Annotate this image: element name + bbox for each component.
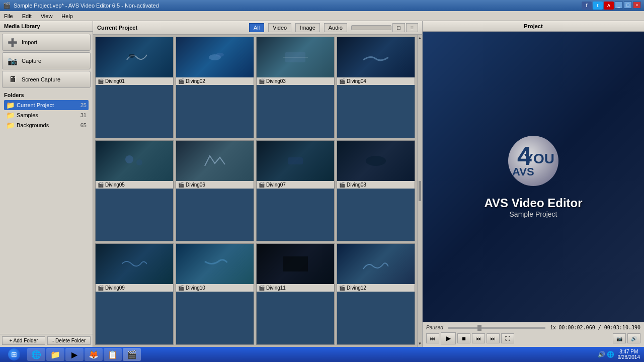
folders-section: Folders 📁 Current Project 25 📁 Samples 3…	[0, 90, 93, 334]
menu-help[interactable]: Help	[59, 12, 75, 20]
minimize-button[interactable]: _	[615, 2, 623, 9]
folder-icon: 📁	[6, 121, 15, 129]
media-library-header: Media Library	[0, 21, 93, 32]
taskbar-right: 🔊 🌐 8:47 PM 9/28/2014	[598, 349, 642, 360]
media-item-diving09[interactable]: 🎬Diving09	[95, 243, 174, 345]
next-frame-button[interactable]: ⏭	[487, 333, 500, 343]
thumb-label: 🎬Diving05	[96, 181, 173, 189]
thumb-label: 🎬Diving09	[96, 284, 173, 292]
thumb-image	[176, 37, 254, 77]
menu-file[interactable]: File	[2, 12, 15, 20]
capture-button[interactable]: 📷 Capture	[2, 52, 91, 69]
avs-icon[interactable]: A	[604, 2, 614, 10]
ie-button[interactable]: 🌐	[27, 348, 45, 361]
view-list[interactable]: ≡	[406, 23, 418, 32]
filter-image[interactable]: Image	[295, 23, 320, 32]
firefox-button[interactable]: 🦊	[85, 348, 103, 361]
taskbar-clock: 8:47 PM 9/28/2014	[618, 349, 640, 360]
scroll-down-icon[interactable]: ▼	[418, 341, 422, 346]
thumb-image	[96, 141, 173, 181]
filter-all[interactable]: All	[249, 23, 264, 32]
media-item-diving01[interactable]: 🎬Diving01	[95, 37, 174, 138]
thumb-label: 🎬Diving08	[337, 181, 415, 189]
folder-backgrounds[interactable]: 📁 Backgrounds 65	[4, 120, 89, 130]
maximize-button[interactable]: □	[624, 2, 632, 9]
screen-capture-button[interactable]: 🖥 Screen Capture	[2, 71, 91, 88]
add-folder-button[interactable]: + Add Folder	[2, 336, 45, 345]
left-panel: Media Library ➕ Import 📷 Capture 🖥 Scree…	[0, 21, 93, 347]
stop-button[interactable]: ⏹	[457, 333, 470, 343]
view-toggle[interactable]: □	[392, 23, 405, 32]
capture-label: Capture	[22, 58, 41, 64]
import-label: Import	[22, 39, 37, 45]
go-to-start-button[interactable]: ⏮	[426, 333, 439, 343]
play-button[interactable]: ▶	[441, 332, 456, 344]
media-item-diving06[interactable]: 🎬Diving06	[176, 140, 254, 242]
media-item-diving02[interactable]: 🎬Diving02	[176, 37, 254, 138]
playback-buttons: ⏮ ▶ ⏹ ⏮ ⏭ ⛶ 📷 🔊	[424, 331, 642, 345]
preview-content: 4 YOU AVS AVS Video Editor Sample Projec…	[423, 32, 644, 322]
clock-time: 8:47 PM	[619, 349, 638, 354]
thumb-label: 🎬Diving01	[96, 77, 173, 85]
preview-header: Project	[423, 21, 644, 32]
thumb-image	[337, 141, 415, 181]
facebook-icon[interactable]: f	[582, 2, 592, 10]
svg-point-2	[216, 53, 224, 57]
media-player-button[interactable]: ▶	[65, 348, 84, 361]
filter-audio[interactable]: Audio	[324, 23, 347, 32]
folder-icon: 📁	[6, 101, 15, 109]
delete-folder-button[interactable]: - Delete Folder	[47, 336, 91, 345]
filter-video[interactable]: Video	[268, 23, 291, 32]
avs-taskbar-button[interactable]: 🎬	[123, 348, 141, 361]
playback-progress-bar[interactable]	[448, 327, 545, 329]
capture-icon: 📷	[7, 55, 19, 67]
folder-count: 65	[80, 122, 87, 128]
playback-thumb[interactable]	[477, 325, 481, 331]
clipboard-button[interactable]: 📋	[104, 348, 122, 361]
media-item-diving07[interactable]: 🎬Diving07	[256, 140, 335, 242]
thumb-image	[257, 244, 334, 284]
folder-samples[interactable]: 📁 Samples 31	[4, 110, 89, 120]
close-button[interactable]: ×	[633, 2, 641, 9]
scroll-up-icon[interactable]: ▲	[418, 36, 422, 40]
folder-name: Samples	[17, 112, 78, 118]
project-title: Current Project	[97, 25, 245, 31]
audio-button[interactable]: 🔊	[627, 333, 640, 343]
media-item-diving04[interactable]: 🎬Diving04	[337, 37, 415, 138]
folders-header: Folders	[4, 92, 89, 98]
folder-current-project[interactable]: 📁 Current Project 25	[4, 100, 89, 110]
thumb-label: 🎬Diving04	[337, 77, 415, 85]
media-item-diving08[interactable]: 🎬Diving08	[337, 140, 415, 242]
svg-rect-7	[288, 157, 303, 164]
thumb-label: 🎬Diving03	[257, 77, 334, 85]
thumb-label: 🎬Diving07	[257, 181, 334, 189]
fullscreen-button[interactable]: ⛶	[501, 333, 514, 343]
start-button[interactable]: ⊞	[2, 348, 26, 361]
screen-capture-label: Screen Capture	[22, 76, 60, 82]
media-grid: 🎬Diving01 🎬Diving02 🎬Di	[93, 35, 417, 347]
media-item-diving05[interactable]: 🎬Diving05	[95, 140, 174, 242]
paused-status: Paused	[426, 325, 443, 330]
explorer-button[interactable]: 📁	[46, 348, 64, 361]
avs-logo: 4 YOU AVS	[508, 136, 558, 186]
logo-circle: 4 YOU AVS	[508, 136, 558, 186]
current-time: 00:00:02.060	[558, 325, 595, 330]
media-item-diving12[interactable]: 🎬Diving12	[337, 243, 415, 345]
media-item-diving11[interactable]: 🎬Diving11	[256, 243, 335, 345]
logo-avs: AVS	[512, 165, 534, 178]
folder-name: Backgrounds	[17, 122, 78, 128]
main-area: Media Library ➕ Import 📷 Capture 🖥 Scree…	[0, 21, 644, 347]
media-scrollbar[interactable]: ▲ ▼	[417, 35, 422, 347]
menu-view[interactable]: View	[39, 12, 55, 20]
import-button[interactable]: ➕ Import	[2, 34, 91, 51]
windows-icon: ⊞	[11, 350, 17, 358]
media-item-diving10[interactable]: 🎬Diving10	[176, 243, 254, 345]
media-item-diving03[interactable]: 🎬Diving03	[256, 37, 335, 138]
twitter-icon[interactable]: t	[593, 2, 603, 10]
screen-capture-icon: 🖥	[7, 73, 19, 85]
menu-edit[interactable]: Edit	[20, 12, 34, 20]
svg-point-6	[136, 159, 142, 165]
thumb-label: 🎬Diving02	[176, 77, 254, 85]
snapshot-button[interactable]: 📷	[613, 333, 626, 343]
prev-frame-button[interactable]: ⏮	[472, 333, 485, 343]
